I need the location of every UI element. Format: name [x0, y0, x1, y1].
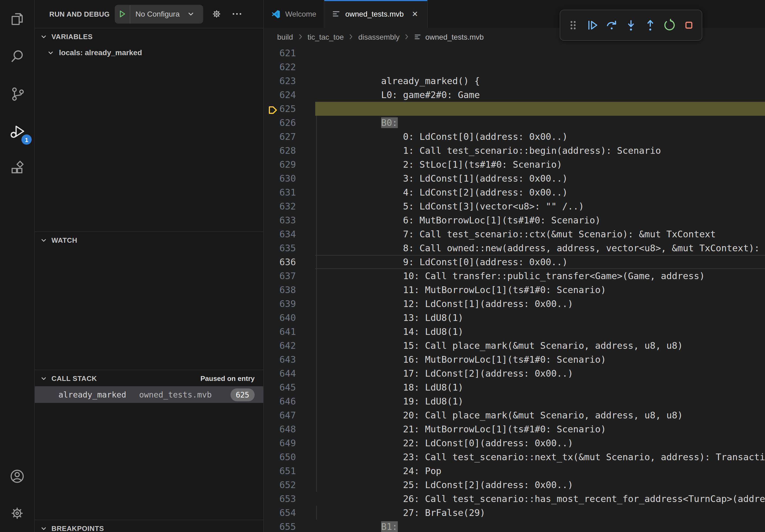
- line-number-gutter[interactable]: 646: [264, 394, 315, 408]
- code-line[interactable]: 647 22: LdConst[0](address: 0x00..): [264, 408, 765, 422]
- line-number-gutter[interactable]: 651: [264, 464, 315, 478]
- variables-scope-locals[interactable]: locals: already_marked: [35, 45, 263, 61]
- line-number-gutter[interactable]: 654: [264, 506, 315, 520]
- line-number-gutter[interactable]: 644: [264, 367, 315, 381]
- code-line[interactable]: 640 15: Call place_mark(&mut Scenario, a…: [264, 311, 765, 325]
- code-line[interactable]: 649 24: Pop: [264, 436, 765, 450]
- code-line[interactable]: 622 L0: game#2#0: Game: [264, 60, 765, 74]
- line-number-gutter[interactable]: 648: [264, 422, 315, 436]
- line-number-gutter[interactable]: 626: [264, 116, 315, 130]
- settings-gear-icon[interactable]: [5, 501, 29, 526]
- code-line[interactable]: 638 13: LdU8(1): [264, 283, 765, 297]
- code-line[interactable]: 626 1: Call test_scenario::begin(address…: [264, 116, 765, 130]
- line-number-gutter[interactable]: 655: [264, 520, 315, 532]
- tab-welcome[interactable]: Welcome: [264, 0, 324, 28]
- line-number-gutter[interactable]: 639: [264, 297, 315, 311]
- toolbar-drag-handle[interactable]: [563, 13, 583, 37]
- line-number-gutter[interactable]: 624: [264, 88, 315, 102]
- continue-button[interactable]: [583, 13, 602, 37]
- variables-section-header[interactable]: VARIABLES: [35, 28, 263, 45]
- code-line[interactable]: 629 4: LdConst[2](address: 0x00..): [264, 157, 765, 171]
- code-line[interactable]: 642 17: LdConst[2](address: 0x00..): [264, 339, 765, 353]
- line-number-gutter[interactable]: 641: [264, 325, 315, 339]
- tab-owned-tests[interactable]: owned_tests.mvb ✕: [324, 0, 428, 28]
- run-and-debug-icon[interactable]: 1: [5, 119, 29, 143]
- code-line[interactable]: 651 26: Call test_scenario::has_most_rec…: [264, 464, 765, 478]
- line-number-gutter[interactable]: 632: [264, 199, 315, 213]
- line-number-gutter[interactable]: 625: [264, 102, 315, 116]
- code-line[interactable]: 624 B0:: [264, 88, 765, 102]
- code-line[interactable]: 639 14: LdU8(1): [264, 297, 765, 311]
- line-number-gutter[interactable]: 634: [264, 227, 315, 241]
- watch-section-header[interactable]: WATCH: [35, 232, 263, 248]
- line-number-gutter[interactable]: 649: [264, 436, 315, 450]
- line-number-gutter[interactable]: 643: [264, 353, 315, 367]
- code-line[interactable]: 628 3: LdConst[1](address: 0x00..): [264, 143, 765, 157]
- stop-button[interactable]: [679, 13, 698, 37]
- line-number-gutter[interactable]: 630: [264, 171, 315, 185]
- code-line[interactable]: 625 0: LdConst[0](address: 0x00..): [264, 102, 765, 116]
- line-number-gutter[interactable]: 627: [264, 130, 315, 143]
- step-into-button[interactable]: [621, 13, 641, 37]
- line-number-gutter[interactable]: 635: [264, 241, 315, 255]
- restart-button[interactable]: [660, 13, 679, 37]
- line-number-gutter[interactable]: 631: [264, 185, 315, 199]
- stack-frame-row[interactable]: already_marked owned_tests.mvb 625: [35, 386, 263, 403]
- code-line[interactable]: 623 L1: ts#1#0: Scenario: [264, 74, 765, 88]
- explorer-icon[interactable]: [5, 6, 29, 31]
- step-out-button[interactable]: [641, 13, 660, 37]
- call-stack-section-header[interactable]: CALL STACK Paused on entry: [35, 370, 263, 386]
- code-line[interactable]: 645 20: Call place_mark(&mut Scenario, a…: [264, 381, 765, 394]
- step-over-button[interactable]: [602, 13, 621, 37]
- start-debug-icon[interactable]: [115, 5, 130, 23]
- code-line[interactable]: 655 B2:: [264, 520, 765, 532]
- breadcrumb-item-disassembly[interactable]: disassembly: [359, 32, 399, 41]
- code-line[interactable]: 632 7: Call test_scenario::ctx(&mut Scen…: [264, 199, 765, 213]
- launch-configuration-dropdown[interactable]: No Configura: [115, 5, 203, 23]
- line-number-gutter[interactable]: 633: [264, 213, 315, 227]
- extensions-icon[interactable]: [5, 156, 29, 181]
- code-line[interactable]: 641 16: MutBorrowLoc[1](ts#1#0: Scenario…: [264, 325, 765, 339]
- line-number-gutter[interactable]: 636: [264, 255, 315, 269]
- views-more-actions-icon[interactable]: [230, 7, 244, 21]
- breadcrumb-item-file[interactable]: owned_tests.mvb: [414, 32, 484, 41]
- code-line[interactable]: 635 10: Call transfer::public_transfer<G…: [264, 241, 765, 255]
- line-number-gutter[interactable]: 629: [264, 157, 315, 171]
- code-line[interactable]: 627 2: StLoc[1](ts#1#0: Scenario): [264, 130, 765, 143]
- code-line[interactable]: 637 12: LdConst[1](address: 0x00..): [264, 269, 765, 283]
- code-line[interactable]: 644 19: LdU8(1): [264, 367, 765, 381]
- code-line[interactable]: 652 27: BrFalse(29): [264, 478, 765, 492]
- code-line[interactable]: 630 5: LdConst[3](vector<u8>: "" /..): [264, 171, 765, 185]
- line-number-gutter[interactable]: 650: [264, 450, 315, 464]
- code-line[interactable]: 648 23: Call test_scenario::next_tx(&mut…: [264, 422, 765, 436]
- line-number-gutter[interactable]: 637: [264, 269, 315, 283]
- close-icon[interactable]: ✕: [410, 9, 420, 19]
- line-number-gutter[interactable]: 628: [264, 143, 315, 157]
- line-number-gutter[interactable]: 645: [264, 381, 315, 394]
- breakpoints-section-header[interactable]: BREAKPOINTS: [35, 520, 263, 532]
- code-line[interactable]: 650 25: LdConst[2](address: 0x00..): [264, 450, 765, 464]
- line-number-gutter[interactable]: 647: [264, 408, 315, 422]
- code-line[interactable]: 621 already_marked() {: [264, 46, 765, 60]
- line-number-gutter[interactable]: 622: [264, 60, 315, 74]
- code-line[interactable]: 654 28: Branch(31): [264, 506, 765, 520]
- search-icon[interactable]: [5, 44, 29, 69]
- code-line[interactable]: 631 6: MutBorrowLoc[1](ts#1#0: Scenario): [264, 185, 765, 199]
- line-number-gutter[interactable]: 638: [264, 283, 315, 297]
- code-line[interactable]: 633 8: Call owned::new(address, address,…: [264, 213, 765, 227]
- line-number-gutter[interactable]: 621: [264, 46, 315, 60]
- line-number-gutter[interactable]: 640: [264, 311, 315, 325]
- line-number-gutter[interactable]: 642: [264, 339, 315, 353]
- debug-settings-gear-icon[interactable]: [209, 7, 223, 21]
- line-number-gutter[interactable]: 652: [264, 478, 315, 492]
- code-line[interactable]: 643 18: LdU8(1): [264, 353, 765, 367]
- source-control-icon[interactable]: [5, 82, 29, 106]
- line-number-gutter[interactable]: 653: [264, 492, 315, 506]
- account-icon[interactable]: [5, 464, 29, 489]
- breadcrumb-item-build[interactable]: build: [277, 32, 293, 41]
- code-line[interactable]: 636 11: MutBorrowLoc[1](ts#1#0: Scenario…: [264, 255, 765, 269]
- breadcrumb-item-tic-tac-toe[interactable]: tic_tac_toe: [308, 32, 344, 41]
- code-line[interactable]: 653 B1:: [264, 492, 765, 506]
- line-number-gutter[interactable]: 623: [264, 74, 315, 88]
- code-line[interactable]: 646 21: MutBorrowLoc[1](ts#1#0: Scenario…: [264, 394, 765, 408]
